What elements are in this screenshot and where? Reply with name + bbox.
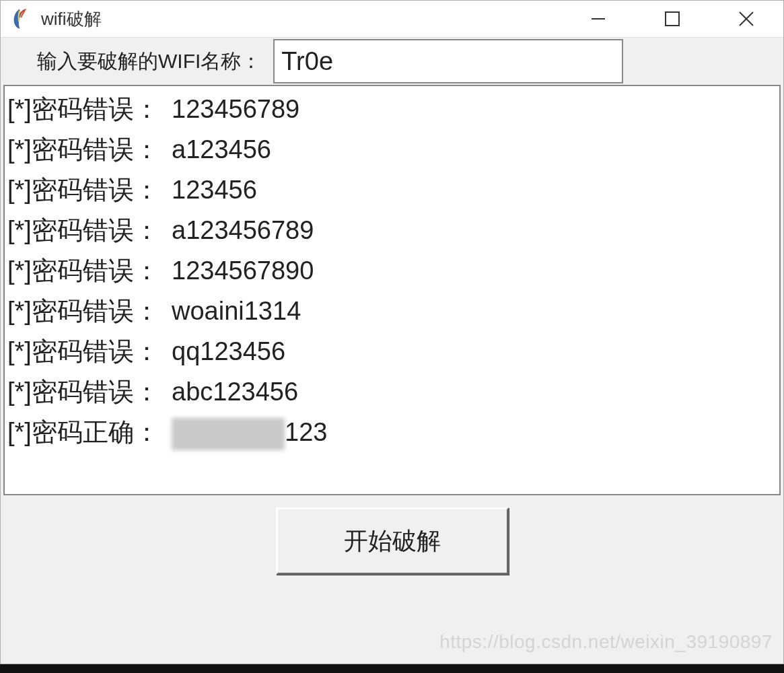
log-value: qq123456 (168, 331, 285, 371)
log-line: [*]密码错误： woaini1314 (7, 291, 777, 331)
log-prefix: [*]密码错误： (7, 170, 168, 210)
log-prefix: [*]密码错误： (7, 371, 168, 412)
log-line: [*]密码错误： abc123456 (7, 371, 777, 412)
bottom-strip (0, 664, 784, 673)
client-area: 输入要破解的WIFI名称： [*]密码错误： 123456789 [*]密码错误… (1, 38, 783, 575)
log-prefix: [*]密码错误： (7, 210, 168, 250)
log-prefix: [*]密码错误： (7, 331, 168, 371)
log-prefix: [*]密码正确： (7, 412, 168, 452)
wifi-name-input[interactable] (273, 39, 623, 83)
redacted-block (172, 418, 285, 450)
log-line: [*]密码错误： 1234567890 (7, 250, 777, 291)
log-prefix: [*]密码错误： (7, 291, 168, 331)
log-prefix: [*]密码错误： (7, 129, 168, 170)
window-controls (561, 1, 783, 37)
log-value: 123456789 (168, 89, 299, 129)
log-prefix: [*]密码错误： (7, 250, 168, 291)
log-line: [*]密码错误： a123456 (7, 129, 777, 170)
log-prefix: [*]密码错误： (7, 89, 168, 129)
wifi-name-row: 输入要破解的WIFI名称： (1, 38, 783, 85)
log-value: abc123456 (168, 371, 298, 412)
maximize-button[interactable] (635, 1, 709, 38)
log-value: a123456789 (168, 210, 314, 250)
svg-rect-1 (666, 12, 679, 26)
log-value: woaini1314 (168, 291, 301, 331)
app-window: wifi破解 输入要破解的WIFI名称： [*]密码错误： 123456789 (0, 0, 784, 664)
log-line: [*]密码错误： 123456789 (7, 89, 777, 129)
tk-feather-icon (10, 8, 29, 30)
minimize-button[interactable] (561, 1, 635, 38)
log-line: [*]密码错误： a123456789 (7, 210, 777, 250)
log-output[interactable]: [*]密码错误： 123456789 [*]密码错误： a123456 [*]密… (3, 85, 781, 495)
log-value: a123456 (168, 129, 271, 170)
log-value: 123456 (168, 170, 257, 210)
close-button[interactable] (709, 1, 783, 38)
start-crack-button[interactable]: 开始破解 (276, 507, 509, 575)
wifi-name-label: 输入要破解的WIFI名称： (1, 48, 268, 75)
log-line: [*]密码错误： qq123456 (7, 331, 777, 371)
password-suffix: 123 (285, 418, 327, 446)
log-value: 1234567890 (168, 250, 314, 291)
log-line: [*]密码错误： 123456 (7, 170, 777, 210)
watermark-text: https://blog.csdn.net/weixin_39190897 (439, 631, 773, 653)
window-title: wifi破解 (41, 7, 102, 31)
log-value: 123 (168, 412, 327, 452)
button-row: 开始破解 (1, 495, 783, 575)
log-line-correct: [*]密码正确： 123 (7, 412, 777, 452)
titlebar[interactable]: wifi破解 (1, 1, 783, 38)
